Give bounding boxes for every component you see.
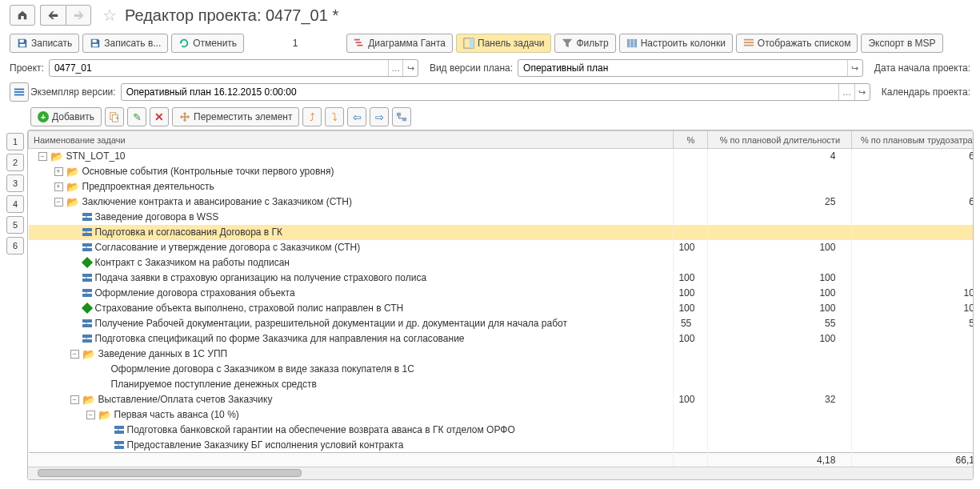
collapse-icon[interactable]: −	[86, 411, 95, 419]
edit-button[interactable]: ✎	[127, 107, 146, 126]
version-open[interactable]: ↪	[854, 84, 870, 100]
outdent-up-button[interactable]: ⤴	[302, 107, 322, 126]
folder-icon: 📂	[66, 196, 79, 208]
table-row[interactable]: Контракт с Заказчиком на работы подписан	[29, 255, 974, 271]
cell-pct-dur	[708, 164, 852, 179]
table-row[interactable]: Согласование и утверждение договора с За…	[29, 240, 974, 255]
table-row[interactable]: Подача заявки в страховую организацию на…	[29, 271, 974, 286]
task-name: Основные события (Контрольные точки перв…	[82, 166, 334, 177]
pencil-icon: ✎	[133, 111, 142, 123]
task-name: STN_LOT_10	[66, 150, 126, 162]
cancel-button[interactable]: Отменить	[171, 34, 244, 53]
col-pct-dur-header[interactable]: % по плановой длительности	[708, 131, 852, 149]
collapse-icon[interactable]: −	[38, 152, 47, 161]
task-name: Выставление/Оплата счетов Заказчику	[98, 394, 273, 405]
columns-button[interactable]: Настроить колонки	[619, 34, 733, 53]
move-right-button[interactable]: ⇨	[370, 107, 389, 126]
version-input[interactable]	[122, 86, 839, 98]
cell-pct-dur	[708, 255, 852, 271]
start-date-label: Дата начала проекта:	[874, 62, 970, 74]
move-left-button[interactable]: ⇦	[347, 107, 366, 126]
task-panel-button[interactable]: Панель задачи	[456, 34, 551, 53]
table-row[interactable]: −📂Заключение контракта и авансирование с…	[29, 194, 974, 210]
table-row[interactable]: −📂Первая часть аванса (10 %)	[29, 407, 974, 423]
project-open[interactable]: ↪	[402, 60, 417, 76]
collapse-icon[interactable]: −	[54, 198, 63, 206]
table-row[interactable]: −📂Заведение данных в 1С УПП	[29, 347, 974, 362]
project-input[interactable]	[50, 62, 388, 74]
folder-icon: 📂	[50, 150, 63, 162]
table-row[interactable]: +📂Основные события (Контрольные точки пе…	[29, 164, 974, 179]
side-tab-2[interactable]: 2	[6, 154, 24, 171]
expand-icon[interactable]: +	[54, 182, 63, 191]
plan-ver-input[interactable]	[518, 62, 847, 74]
save-button[interactable]: Записать	[10, 34, 79, 53]
svg-rect-5	[356, 42, 362, 43]
cell-pct-work	[852, 240, 973, 255]
milestone-icon	[81, 303, 92, 314]
back-button[interactable]: 🡰	[40, 5, 66, 26]
down-in-icon: ⤵	[332, 111, 338, 123]
folder-icon: 📂	[66, 166, 79, 178]
table-row[interactable]: −📂STN_LOT_10466	[29, 149, 974, 164]
table-row[interactable]: Страхование объекта выполнено, страховой…	[29, 301, 974, 316]
cell-pct-dur	[708, 210, 852, 225]
table-row[interactable]: −📂Выставление/Оплата счетов Заказчику100…	[29, 392, 974, 407]
table-row[interactable]: Предоставление Заказчику БГ исполнения у…	[29, 438, 974, 453]
copy-button[interactable]: +	[105, 107, 124, 126]
table-row[interactable]: Оформление договора с Заказчиком в виде …	[29, 362, 974, 377]
home-button[interactable]	[10, 5, 35, 26]
add-label: Добавить	[52, 111, 94, 122]
svg-rect-4	[354, 39, 360, 41]
side-tab-3[interactable]: 3	[6, 174, 24, 192]
col-pct-header[interactable]: %	[674, 131, 708, 149]
task-icon	[82, 335, 92, 343]
cell-pct-dur: 100	[708, 271, 852, 286]
project-ellipsis[interactable]: …	[388, 60, 402, 76]
table-row[interactable]: Подготовка банковской гарантии на обеспе…	[29, 423, 974, 438]
svg-rect-37	[114, 426, 124, 429]
expand-icon[interactable]: +	[54, 167, 63, 176]
cell-pct	[674, 210, 708, 225]
table-row[interactable]: Подготовка и согласования Договора в ГК	[29, 225, 974, 240]
side-panel-toggle[interactable]	[10, 82, 29, 102]
col-name-header[interactable]: Наименование задачи	[29, 131, 674, 149]
table-row[interactable]: Заведение договора в WSS	[29, 210, 974, 225]
cell-pct-dur	[708, 423, 852, 438]
delete-button[interactable]: ✕	[150, 107, 169, 126]
export-button[interactable]: Экспорт в MSP	[861, 34, 942, 53]
plus-icon: +	[38, 111, 49, 122]
side-tab-5[interactable]: 5	[6, 216, 24, 234]
task-panel-label: Панель задачи	[478, 38, 544, 49]
table-row[interactable]: Оформление договора страхования объекта1…	[29, 286, 974, 301]
move-button[interactable]: Переместить элемент	[172, 107, 299, 126]
horizontal-scrollbar[interactable]	[28, 467, 973, 479]
svg-text:+: +	[115, 114, 119, 122]
side-tab-1[interactable]: 1	[6, 133, 24, 150]
side-tab-6[interactable]: 6	[6, 237, 24, 255]
collapse-icon[interactable]: −	[70, 395, 79, 404]
table-row[interactable]: +📂Предпроектная деятельность	[29, 179, 974, 194]
table-row[interactable]: Получение Рабочей документации, разрешит…	[29, 316, 974, 331]
table-row[interactable]: Планируемое поступление денежных средств	[29, 377, 974, 392]
col-pct-work-header[interactable]: % по плановым трудозатратам	[852, 131, 973, 149]
cell-pct	[674, 225, 708, 240]
forward-button[interactable]: 🡲	[66, 5, 91, 26]
plan-ver-open[interactable]: ↪	[847, 60, 862, 76]
task-name: Оформление договора страхования объекта	[95, 287, 295, 299]
side-tab-4[interactable]: 4	[6, 195, 24, 213]
list-view-button[interactable]: Отображать списком	[736, 34, 858, 53]
version-ellipsis[interactable]: …	[838, 84, 854, 100]
calendar-label: Календарь проекта:	[882, 86, 970, 98]
add-button[interactable]: + Добавить	[30, 107, 102, 126]
table-row[interactable]: Подготовка спецификаций по форме Заказчи…	[29, 331, 974, 347]
filter-button[interactable]: Фильтр	[554, 34, 615, 53]
save-label: Записать	[31, 38, 72, 49]
favorite-icon[interactable]: ☆	[102, 6, 117, 25]
indent-down-button[interactable]: ⤵	[325, 107, 344, 126]
save-as-button[interactable]: Записать в...	[82, 34, 168, 53]
save-as-label: Записать в...	[104, 38, 161, 49]
gantt-button[interactable]: Диаграмма Ганта	[346, 34, 453, 53]
link-button[interactable]	[392, 107, 411, 126]
collapse-icon[interactable]: −	[70, 350, 79, 359]
